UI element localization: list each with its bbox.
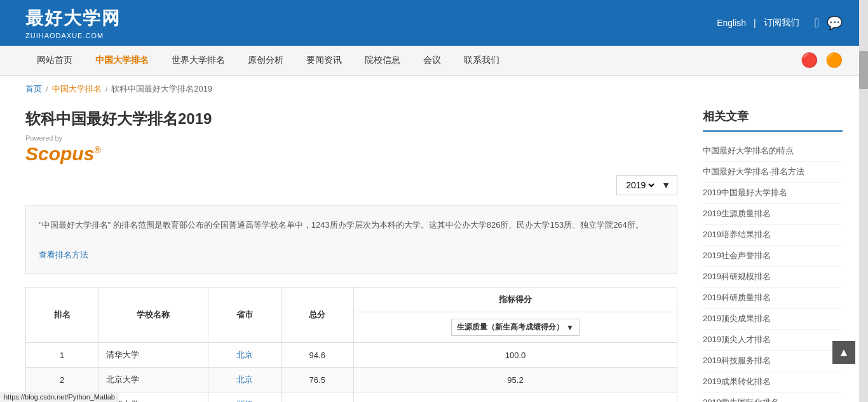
content-area: 软科中国最好大学排名2019 Powered by Scopus® 2019 2… [25, 109, 677, 402]
year-dropdown[interactable]: 2019 2018 2017 [623, 179, 656, 191]
nav: 网站首页 中国大学排名 世界大学排名 原创分析 要闻资讯 院校信息 会议 联系我… [0, 46, 868, 76]
logo-sub: ZUIHAODAXUE.COM [25, 32, 121, 39]
subscribe-link[interactable]: 订阅我们 [764, 17, 799, 29]
powered-by-label: Powered by [25, 134, 677, 142]
breadcrumb-china-rank[interactable]: 中国大学排名 [52, 83, 102, 95]
header: 最好大学网 ZUIHAODAXUE.COM English | 订阅我们  💬 [0, 0, 868, 46]
table-row: 3 浙江大学 浙江 72.9 84.2 [26, 392, 677, 402]
col-rank-header: 排名 [26, 288, 98, 343]
logo: 最好大学网 ZUIHAODAXUE.COM [25, 6, 121, 39]
cell-province: 北京 [208, 368, 281, 392]
cell-indicator: 95.2 [353, 368, 677, 392]
year-selector-row: 2019 2018 2017 ▼ [25, 175, 677, 195]
nav-item-china-rank[interactable]: 中国大学排名 [84, 46, 160, 75]
ranking-method-link[interactable]: 查看排名方法 [39, 250, 88, 260]
table-row: 2 北京大学 北京 76.5 95.2 [26, 368, 677, 392]
indicator-dropdown-label: 生源质量（新生高考成绩得分） [457, 322, 564, 333]
sidebar-link-item[interactable]: 2019科技服务排名 [703, 350, 843, 371]
scrollbar[interactable] [859, 0, 868, 402]
col-indicator-header: 指标得分 [353, 288, 677, 312]
url-tooltip: https://blog.csdn.net/Python_Matlab [0, 392, 119, 402]
sidebar-link-item[interactable]: 2019科研规模排名 [703, 267, 843, 288]
sidebar-link-item[interactable]: 2019生源质量排名 [703, 204, 843, 225]
cell-total: 94.6 [281, 343, 353, 368]
breadcrumb: 首页 / 中国大学排名 / 软科中国最好大学排名2019 [0, 76, 868, 102]
info-box: "中国最好大学排名" 的排名范围是教育部公布的全国普通高等学校名单中，1243所… [25, 205, 677, 274]
year-dropdown-arrow: ▼ [661, 180, 670, 190]
indicator-dropdown-arrow: ▼ [566, 323, 574, 332]
nav-item-conference[interactable]: 会议 [412, 46, 452, 75]
breadcrumb-sep1: / [46, 85, 48, 94]
indicator-dropdown-cell: 生源质量（新生高考成绩得分） ▼ [353, 312, 677, 343]
nav-item-school[interactable]: 院校信息 [353, 46, 412, 75]
nav-item-contact[interactable]: 联系我们 [452, 46, 511, 75]
col-total-header: 总分 [281, 288, 353, 343]
breadcrumb-sep2: / [105, 85, 108, 94]
main-layout: 软科中国最好大学排名2019 Powered by Scopus® 2019 2… [0, 102, 868, 402]
cell-indicator: 84.2 [353, 392, 677, 402]
header-icons:  💬 [815, 15, 843, 31]
cell-rank: 2 [26, 368, 98, 392]
sidebar-title: 相关文章 [703, 109, 843, 132]
scrollbar-thumb[interactable] [859, 51, 868, 89]
sidebar-link-item[interactable]: 2019科研质量排名 [703, 288, 843, 308]
header-divider: | [754, 18, 756, 28]
cell-school: 北京大学 [98, 368, 208, 392]
sidebar-link-item[interactable]: 2019顶尖人才排名 [703, 329, 843, 350]
page-title: 软科中国最好大学排名2019 [25, 109, 677, 129]
back-to-top-button[interactable]: ▲ [832, 341, 855, 364]
nav-item-news[interactable]: 要闻资讯 [295, 46, 353, 75]
cell-indicator: 100.0 [353, 343, 677, 368]
nav-wechat-icon[interactable]: 🟠 [825, 52, 843, 69]
sidebar-link-item[interactable]: 2019成果转化排名 [703, 371, 843, 392]
sidebar-link-item[interactable]: 2019中国最好大学排名 [703, 183, 843, 204]
weibo-icon[interactable]:  [815, 16, 819, 31]
sidebar-link-item[interactable]: 中国最好大学排名-排名方法 [703, 162, 843, 183]
sidebar-link-item[interactable]: 2019社会声誉排名 [703, 246, 843, 267]
nav-item-analysis[interactable]: 原创分析 [236, 46, 295, 75]
info-text: "中国最好大学排名" 的排名范围是教育部公布的全国普通高等学校名单中，1243所… [39, 218, 664, 232]
cell-school: 清华大学 [98, 343, 208, 368]
cell-province: 浙江 [208, 392, 281, 402]
cell-province: 北京 [208, 343, 281, 368]
ranking-table: 排名 学校名称 省市 总分 指标得分 生源质量（新生高考成绩得分） ▼ [25, 287, 677, 402]
nav-weibo-icon[interactable]: 🔴 [801, 52, 818, 69]
sidebar: 相关文章 中国最好大学排名的特点中国最好大学排名-排名方法2019中国最好大学排… [703, 109, 843, 402]
col-province-header: 省市 [208, 288, 281, 343]
nav-item-world-rank[interactable]: 世界大学排名 [160, 46, 236, 75]
sidebar-link-item[interactable]: 2019学生国际化排名 [703, 392, 843, 402]
year-selector[interactable]: 2019 2018 2017 ▼ [616, 175, 677, 195]
nav-item-home[interactable]: 网站首页 [25, 46, 84, 75]
indicator-dropdown[interactable]: 生源质量（新生高考成绩得分） ▼ [451, 319, 580, 336]
sidebar-links: 中国最好大学排名的特点中国最好大学排名-排名方法2019中国最好大学排名2019… [703, 141, 843, 402]
nav-social-icons: 🔴 🟠 [801, 52, 843, 69]
header-right: English | 订阅我们  💬 [717, 15, 843, 31]
cell-rank: 1 [26, 343, 98, 368]
breadcrumb-current: 软科中国最好大学排名2019 [111, 83, 212, 95]
logo-main: 最好大学网 [25, 6, 121, 31]
back-to-top-icon: ▲ [838, 346, 850, 359]
table-row: 1 清华大学 北京 94.6 100.0 [26, 343, 677, 368]
cell-total: 76.5 [281, 368, 353, 392]
col-school-header: 学校名称 [98, 288, 208, 343]
breadcrumb-home[interactable]: 首页 [25, 83, 42, 95]
sidebar-link-item[interactable]: 中国最好大学排名的特点 [703, 141, 843, 162]
scopus-logo: Scopus® [25, 143, 677, 165]
cell-total: 72.9 [281, 392, 353, 402]
sidebar-link-item[interactable]: 2019培养结果排名 [703, 225, 843, 246]
sidebar-link-item[interactable]: 2019顶尖成果排名 [703, 308, 843, 329]
wechat-icon[interactable]: 💬 [827, 15, 843, 31]
lang-link[interactable]: English [717, 18, 746, 28]
